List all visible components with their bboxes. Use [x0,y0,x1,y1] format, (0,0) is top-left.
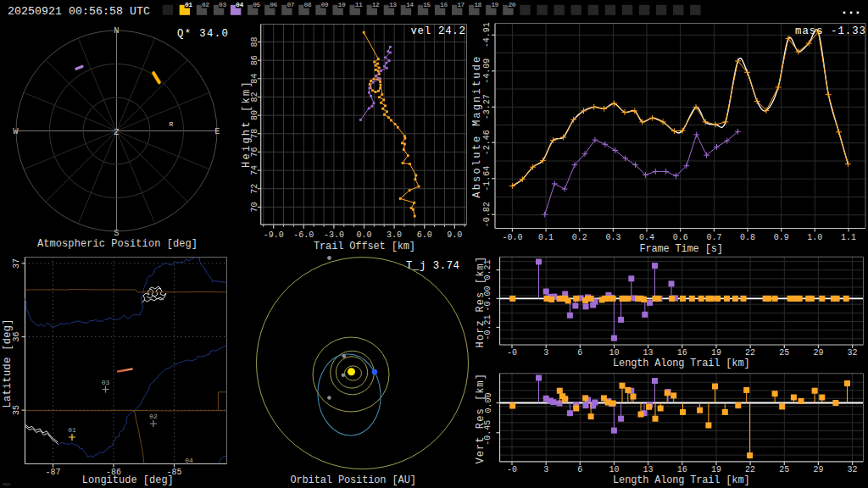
svg-text:15: 15 [423,1,431,8]
svg-text:mass -1.33: mass -1.33 [795,25,865,37]
svg-text:Horz Res [km]: Horz Res [km] [476,257,487,348]
svg-text:19: 19 [711,465,721,474]
svg-text:19: 19 [711,348,721,358]
svg-text:mgw: mgw [3,482,10,487]
svg-text:-1.64: -1.64 [482,166,492,191]
svg-text:0.8: 0.8 [740,233,755,242]
svg-text:05: 05 [253,1,260,8]
svg-text:-0: -0 [507,465,517,474]
svg-text:07: 07 [287,1,294,8]
svg-text:6: 6 [577,348,582,358]
svg-text:S: S [114,228,119,238]
svg-text:3.0: 3.0 [387,230,402,240]
svg-text:0.1: 0.1 [538,233,554,242]
svg-text:-0.0: -0.0 [502,233,522,242]
svg-text:17: 17 [457,1,465,8]
svg-text:01: 01 [185,1,192,8]
svg-text:72: 72 [250,184,259,194]
svg-text:16: 16 [677,348,687,358]
svg-text:10: 10 [609,348,619,358]
svg-text:13: 13 [643,348,654,358]
svg-text:02: 02 [149,413,158,420]
svg-text:03: 03 [219,1,226,8]
svg-text:36: 36 [12,331,21,341]
svg-text:22: 22 [745,348,755,358]
svg-text:10: 10 [609,465,619,474]
svg-text:vel 24.2: vel 24.2 [410,25,465,37]
svg-text:Z: Z [114,127,119,137]
svg-text:-3.27: -3.27 [482,94,492,119]
svg-text:Frame Time [s]: Frame Time [s] [639,243,723,255]
svg-text:-4.91: -4.91 [482,22,492,47]
svg-text:86: 86 [250,55,259,65]
svg-text:Length Along Trail [km]: Length Along Trail [km] [613,358,750,369]
svg-text:1.1: 1.1 [841,233,856,242]
svg-text:14: 14 [406,1,414,8]
svg-text:R: R [170,120,174,128]
svg-text:37: 37 [12,258,21,269]
svg-text:-4.09: -4.09 [482,58,492,84]
svg-text:13: 13 [389,1,397,8]
svg-text:E: E [214,126,220,136]
svg-text:0.7: 0.7 [706,233,721,242]
svg-text:0.4: 0.4 [639,233,654,242]
svg-text:Atmospheric Position [deg]: Atmospheric Position [deg] [37,238,198,250]
svg-text:6: 6 [577,465,582,474]
svg-text:Vert Res [km]: Vert Res [km] [475,374,487,464]
svg-text:-2.46: -2.46 [482,130,492,155]
svg-text:25: 25 [779,465,789,474]
svg-text:32: 32 [848,348,858,358]
svg-text:08: 08 [304,1,312,8]
svg-text:04: 04 [185,457,193,464]
svg-text:Height [km]: Height [km] [242,81,253,168]
svg-text:Latitude [deg]: Latitude [deg] [2,319,14,408]
svg-text:25: 25 [779,348,789,358]
svg-text:09: 09 [321,1,329,8]
svg-text:29: 29 [813,348,823,358]
svg-text:Orbital Position [AU]: Orbital Position [AU] [290,474,416,486]
svg-text:22: 22 [745,465,755,474]
svg-text:-6.0: -6.0 [293,230,314,240]
svg-text:6.0: 6.0 [417,230,432,240]
svg-text:0.3: 0.3 [605,233,620,242]
svg-text:Q* 34.0: Q* 34.0 [177,28,228,40]
svg-text:9.0: 9.0 [447,230,462,240]
svg-text:16: 16 [440,1,448,8]
svg-text:29: 29 [813,465,823,474]
svg-text:16: 16 [677,465,687,474]
svg-text:88: 88 [250,36,259,47]
svg-text:0.9: 0.9 [774,233,789,242]
svg-text:18: 18 [474,1,481,8]
svg-text:Length Along Trail [km]: Length Along Trail [km] [613,474,750,486]
svg-text:W: W [13,126,19,136]
svg-text:32: 32 [848,465,858,474]
svg-text:02: 02 [202,1,209,8]
svg-text:-87: -87 [45,468,60,477]
svg-text:T_j 3.74: T_j 3.74 [406,260,459,272]
svg-text:01: 01 [68,426,76,434]
svg-text:-3.0: -3.0 [324,230,344,240]
svg-text:Longitude [deg]: Longitude [deg] [82,474,174,486]
svg-text:10: 10 [338,1,346,8]
svg-text:11: 11 [355,1,363,8]
svg-text:20250921 00:56:58 UTC: 20250921 00:56:58 UTC [8,5,150,18]
svg-text:Trail Offset [km]: Trail Offset [km] [314,241,415,252]
svg-text:13: 13 [643,465,654,474]
svg-text:3: 3 [543,348,548,358]
svg-text:1.0: 1.0 [807,233,822,242]
svg-text:70: 70 [250,202,259,212]
svg-text:35: 35 [12,405,21,415]
svg-text:-0: -0 [507,348,517,358]
svg-text:06: 06 [270,1,277,8]
svg-text:0.2: 0.2 [572,233,587,242]
svg-text:12: 12 [372,1,380,8]
svg-text:0.0: 0.0 [356,230,371,240]
svg-text:N: N [114,25,119,36]
svg-text:-0.82: -0.82 [482,202,492,227]
svg-text:03: 03 [102,379,110,386]
svg-text:-9.0: -9.0 [264,230,284,240]
svg-text:0.6: 0.6 [673,233,688,242]
svg-text:19: 19 [491,1,498,8]
svg-text:04: 04 [236,1,243,8]
svg-text:3: 3 [543,465,548,474]
